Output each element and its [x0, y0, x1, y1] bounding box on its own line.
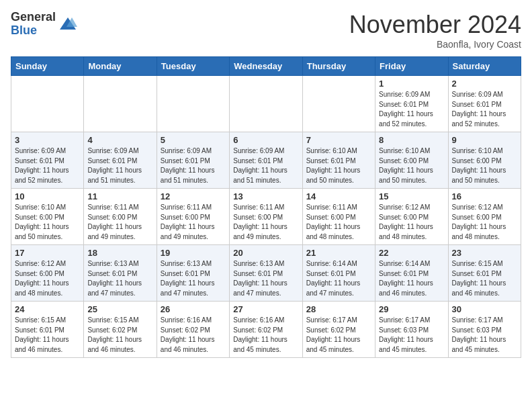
- day-info: Sunrise: 6:17 AMSunset: 6:03 PMDaylight:…: [379, 316, 444, 355]
- day-info: Sunrise: 6:16 AMSunset: 6:02 PMDaylight:…: [233, 316, 298, 355]
- day-info: Sunrise: 6:14 AMSunset: 6:01 PMDaylight:…: [306, 259, 371, 298]
- day-info: Sunrise: 6:11 AMSunset: 6:00 PMDaylight:…: [87, 203, 152, 242]
- logo-icon: [58, 15, 77, 34]
- day-number: 9: [452, 135, 517, 145]
- day-number: 23: [452, 248, 517, 258]
- day-number: 14: [306, 191, 371, 201]
- calendar-cell: [230, 76, 302, 132]
- day-info: Sunrise: 6:10 AMSunset: 6:00 PMDaylight:…: [15, 203, 80, 242]
- day-number: 29: [379, 304, 444, 314]
- day-number: 1: [379, 79, 444, 89]
- day-info: Sunrise: 6:10 AMSunset: 6:00 PMDaylight:…: [452, 146, 517, 185]
- calendar-cell: 29Sunrise: 6:17 AMSunset: 6:03 PMDayligh…: [375, 302, 448, 358]
- calendar-cell: 21Sunrise: 6:14 AMSunset: 6:01 PMDayligh…: [302, 245, 375, 302]
- day-info: Sunrise: 6:09 AMSunset: 6:01 PMDaylight:…: [452, 90, 517, 129]
- day-number: 30: [452, 304, 517, 314]
- logo-blue-text: Blue: [11, 24, 56, 38]
- calendar-cell: 10Sunrise: 6:10 AMSunset: 6:00 PMDayligh…: [11, 189, 84, 245]
- day-info: Sunrise: 6:12 AMSunset: 6:00 PMDaylight:…: [379, 203, 444, 242]
- day-number: 28: [306, 304, 371, 314]
- calendar-week-2: 3Sunrise: 6:09 AMSunset: 6:01 PMDaylight…: [11, 132, 521, 189]
- calendar-cell: 11Sunrise: 6:11 AMSunset: 6:00 PMDayligh…: [84, 189, 157, 245]
- calendar-cell: 15Sunrise: 6:12 AMSunset: 6:00 PMDayligh…: [375, 189, 448, 245]
- calendar-cell: 1Sunrise: 6:09 AMSunset: 6:01 PMDaylight…: [375, 76, 448, 132]
- calendar-header-wednesday: Wednesday: [230, 57, 302, 76]
- logo: General Blue: [11, 11, 77, 38]
- day-info: Sunrise: 6:09 AMSunset: 6:01 PMDaylight:…: [87, 146, 152, 185]
- day-info: Sunrise: 6:14 AMSunset: 6:01 PMDaylight:…: [379, 259, 444, 298]
- day-number: 15: [379, 191, 444, 201]
- calendar-cell: 17Sunrise: 6:12 AMSunset: 6:00 PMDayligh…: [11, 245, 84, 302]
- day-info: Sunrise: 6:10 AMSunset: 6:00 PMDaylight:…: [379, 146, 444, 185]
- calendar-week-5: 24Sunrise: 6:15 AMSunset: 6:01 PMDayligh…: [11, 302, 521, 358]
- day-number: 26: [161, 304, 226, 314]
- page-header: General Blue November 2024 Baonfla, Ivor…: [11, 11, 521, 50]
- calendar-cell: 9Sunrise: 6:10 AMSunset: 6:00 PMDaylight…: [448, 132, 521, 189]
- day-number: 21: [306, 248, 371, 258]
- calendar-cell: 18Sunrise: 6:13 AMSunset: 6:01 PMDayligh…: [84, 245, 157, 302]
- calendar-header-monday: Monday: [84, 57, 157, 76]
- calendar-header-tuesday: Tuesday: [157, 57, 229, 76]
- calendar-cell: 25Sunrise: 6:15 AMSunset: 6:02 PMDayligh…: [84, 302, 157, 358]
- calendar-table: SundayMondayTuesdayWednesdayThursdayFrid…: [11, 56, 521, 358]
- day-number: 27: [233, 304, 298, 314]
- month-title: November 2024: [349, 11, 521, 39]
- day-number: 17: [15, 248, 80, 258]
- day-number: 16: [452, 191, 517, 201]
- calendar-header-friday: Friday: [375, 57, 448, 76]
- day-number: 3: [15, 135, 80, 145]
- day-number: 6: [233, 135, 298, 145]
- day-number: 20: [233, 248, 298, 258]
- day-number: 22: [379, 248, 444, 258]
- day-info: Sunrise: 6:11 AMSunset: 6:00 PMDaylight:…: [306, 203, 371, 242]
- title-block: November 2024 Baonfla, Ivory Coast: [349, 11, 521, 50]
- day-info: Sunrise: 6:16 AMSunset: 6:02 PMDaylight:…: [161, 316, 226, 355]
- calendar-cell: 2Sunrise: 6:09 AMSunset: 6:01 PMDaylight…: [448, 76, 521, 132]
- day-info: Sunrise: 6:13 AMSunset: 6:01 PMDaylight:…: [233, 259, 298, 298]
- location: Baonfla, Ivory Coast: [349, 39, 521, 50]
- day-number: 11: [87, 191, 152, 201]
- day-info: Sunrise: 6:09 AMSunset: 6:01 PMDaylight:…: [379, 90, 444, 129]
- day-info: Sunrise: 6:13 AMSunset: 6:01 PMDaylight:…: [87, 259, 152, 298]
- calendar-cell: [84, 76, 157, 132]
- day-number: 10: [15, 191, 80, 201]
- day-info: Sunrise: 6:12 AMSunset: 6:00 PMDaylight:…: [15, 259, 80, 298]
- calendar-cell: 8Sunrise: 6:10 AMSunset: 6:00 PMDaylight…: [375, 132, 448, 189]
- calendar-cell: 4Sunrise: 6:09 AMSunset: 6:01 PMDaylight…: [84, 132, 157, 189]
- calendar-cell: 14Sunrise: 6:11 AMSunset: 6:00 PMDayligh…: [302, 189, 375, 245]
- calendar-cell: 6Sunrise: 6:09 AMSunset: 6:01 PMDaylight…: [230, 132, 302, 189]
- day-info: Sunrise: 6:09 AMSunset: 6:01 PMDaylight:…: [161, 146, 226, 185]
- day-info: Sunrise: 6:17 AMSunset: 6:03 PMDaylight:…: [452, 316, 517, 355]
- logo-general-text: General: [11, 11, 56, 24]
- calendar-cell: [157, 76, 229, 132]
- day-info: Sunrise: 6:11 AMSunset: 6:00 PMDaylight:…: [161, 203, 226, 242]
- calendar-week-4: 17Sunrise: 6:12 AMSunset: 6:00 PMDayligh…: [11, 245, 521, 302]
- calendar-cell: [11, 76, 84, 132]
- calendar-cell: 7Sunrise: 6:10 AMSunset: 6:01 PMDaylight…: [302, 132, 375, 189]
- day-info: Sunrise: 6:15 AMSunset: 6:01 PMDaylight:…: [15, 316, 80, 355]
- calendar-cell: 16Sunrise: 6:12 AMSunset: 6:00 PMDayligh…: [448, 189, 521, 245]
- calendar-cell: 23Sunrise: 6:15 AMSunset: 6:01 PMDayligh…: [448, 245, 521, 302]
- day-info: Sunrise: 6:09 AMSunset: 6:01 PMDaylight:…: [15, 146, 80, 185]
- calendar-header-thursday: Thursday: [302, 57, 375, 76]
- day-number: 7: [306, 135, 371, 145]
- calendar-cell: 22Sunrise: 6:14 AMSunset: 6:01 PMDayligh…: [375, 245, 448, 302]
- day-info: Sunrise: 6:17 AMSunset: 6:02 PMDaylight:…: [306, 316, 371, 355]
- day-number: 18: [87, 248, 152, 258]
- calendar-week-3: 10Sunrise: 6:10 AMSunset: 6:00 PMDayligh…: [11, 189, 521, 245]
- day-info: Sunrise: 6:15 AMSunset: 6:01 PMDaylight:…: [452, 259, 517, 298]
- calendar-cell: 19Sunrise: 6:13 AMSunset: 6:01 PMDayligh…: [157, 245, 229, 302]
- calendar-cell: 26Sunrise: 6:16 AMSunset: 6:02 PMDayligh…: [157, 302, 229, 358]
- day-number: 12: [161, 191, 226, 201]
- calendar-header-row: SundayMondayTuesdayWednesdayThursdayFrid…: [11, 57, 521, 76]
- day-info: Sunrise: 6:09 AMSunset: 6:01 PMDaylight:…: [233, 146, 298, 185]
- calendar-header-sunday: Sunday: [11, 57, 84, 76]
- day-info: Sunrise: 6:11 AMSunset: 6:00 PMDaylight:…: [233, 203, 298, 242]
- day-info: Sunrise: 6:12 AMSunset: 6:00 PMDaylight:…: [452, 203, 517, 242]
- day-number: 19: [161, 248, 226, 258]
- calendar-cell: 24Sunrise: 6:15 AMSunset: 6:01 PMDayligh…: [11, 302, 84, 358]
- calendar-week-1: 1Sunrise: 6:09 AMSunset: 6:01 PMDaylight…: [11, 76, 521, 132]
- calendar-cell: 13Sunrise: 6:11 AMSunset: 6:00 PMDayligh…: [230, 189, 302, 245]
- day-info: Sunrise: 6:15 AMSunset: 6:02 PMDaylight:…: [87, 316, 152, 355]
- calendar-cell: 20Sunrise: 6:13 AMSunset: 6:01 PMDayligh…: [230, 245, 302, 302]
